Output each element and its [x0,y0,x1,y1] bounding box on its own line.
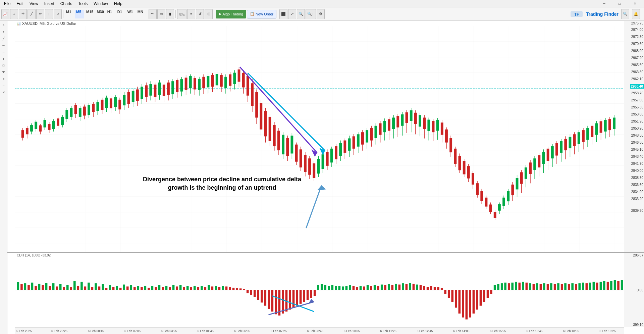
text-v-btn[interactable]: T [1,56,7,62]
measure-btn[interactable]: ↔ [1,83,7,89]
search-btn[interactable]: 🔍 [621,9,629,19]
cursor-btn[interactable]: ↖ [1,22,7,28]
ind-high: 206.87 [633,253,643,257]
time-label-7: 6 Feb 07:25 [271,329,287,333]
fib-btn[interactable]: Ψ [1,69,7,75]
delete-btn[interactable]: ✕ [1,89,7,95]
svg-rect-204 [454,149,457,164]
tf-h1[interactable]: H1 [106,10,115,18]
svg-rect-264 [586,128,589,140]
svg-rect-176 [392,117,395,129]
svg-rect-152 [339,143,342,156]
tf-m5[interactable]: M5 [75,10,84,18]
svg-rect-285 [17,282,19,290]
chart-container: 📊 XAUUSD, M5: Gold vs US Dollar [7,21,644,334]
svg-rect-423 [504,283,506,290]
rect-btn[interactable]: □ [1,62,7,68]
svg-rect-453 [610,281,612,290]
svg-rect-306 [91,287,94,290]
svg-rect-422 [501,283,503,290]
svg-rect-364 [296,290,298,306]
p2: 2972.30 [631,35,643,39]
templates-btn[interactable]: ≡ [187,9,195,19]
zoom-fit-btn[interactable]: ⤢ [288,9,296,19]
tf-m1[interactable]: M1 [65,10,74,18]
refresh-btn[interactable]: ↺ [196,9,204,19]
svg-rect-371 [321,284,323,290]
time-label-4: 6 Feb 03:25 [161,329,177,333]
svg-rect-154 [343,140,346,152]
svg-rect-440 [564,283,567,290]
depth-btn[interactable]: ⬛ [279,9,287,19]
p22: 2836.60 [631,183,643,187]
notifications-btn[interactable]: 🔔 [632,9,640,19]
svg-rect-425 [511,283,514,290]
svg-rect-348 [239,288,242,290]
new-order-btn[interactable]: 📋 New Order [247,10,276,18]
zoom-in2-btn[interactable]: 🔍+ [306,9,316,19]
menu-tools[interactable]: Tools [75,1,90,7]
menu-insert[interactable]: Insert [42,1,57,7]
tf-w1[interactable]: W1 [126,10,136,18]
svg-rect-86 [194,78,196,89]
bar-chart-btn[interactable]: ▭ [157,9,165,19]
new-chart-btn[interactable]: 📈 [1,9,9,19]
svg-rect-244 [542,152,545,164]
pencil-btn[interactable]: ✏ [36,9,44,19]
crosshair-v-btn[interactable]: + [1,29,7,35]
svg-rect-208 [463,161,466,174]
tf-m30[interactable]: M30 [95,10,105,18]
svg-rect-405 [441,288,443,290]
svg-rect-439 [561,284,563,290]
menu-charts[interactable]: Charts [58,1,75,7]
price-chart-svg[interactable] [15,26,624,259]
svg-rect-317 [130,285,132,290]
menu-window[interactable]: Window [91,1,111,7]
indicators-btn[interactable]: IDE [177,9,186,19]
svg-rect-84 [189,76,192,88]
svg-rect-414 [473,290,475,314]
tf-m15[interactable]: M15 [85,10,95,18]
shape-btn[interactable]: ⊿ [54,9,62,19]
svg-rect-321 [144,286,147,290]
svg-rect-178 [396,116,399,128]
tf-d1[interactable]: D1 [116,10,125,18]
svg-rect-68 [154,85,157,97]
sep1 [63,10,63,18]
svg-rect-242 [538,155,540,167]
algo-trading-btn[interactable]: ▶ Algo Trading [216,10,246,18]
zoom-in-btn[interactable]: + [10,9,18,19]
svg-rect-20 [48,124,51,130]
line-chart-btn[interactable]: 〜 [149,9,157,19]
close-button[interactable]: ✕ [627,0,643,7]
svg-rect-308 [98,287,101,290]
candle-chart-btn[interactable]: ▮ [166,9,174,19]
svg-rect-230 [511,185,514,195]
text-btn[interactable]: T [45,9,53,19]
svg-rect-224 [498,204,501,210]
grid-btn[interactable]: ⊞ [205,9,213,19]
svg-rect-76 [171,81,174,94]
properties-btn[interactable]: ⚙ [317,9,325,19]
svg-rect-146 [326,152,329,166]
svg-rect-64 [145,85,148,97]
svg-rect-299 [66,285,69,290]
svg-rect-72 [163,85,165,96]
minimize-button[interactable]: ─ [596,0,612,7]
line-btn[interactable]: ╱ [28,9,36,19]
menu-help[interactable]: Help [111,1,125,7]
tf-mn[interactable]: MN [136,10,146,18]
line-v-btn[interactable]: ╱ [1,36,7,42]
maximize-button[interactable]: □ [612,0,627,7]
menu-file[interactable]: File [1,1,13,7]
crosshair-btn[interactable]: ✛ [19,9,27,19]
zoom-out-btn[interactable]: 🔍 [297,9,305,19]
channel-btn[interactable]: ≡ [1,76,7,82]
menu-view[interactable]: View [27,1,41,7]
menu-edit[interactable]: Edit [14,1,26,7]
arrow-btn[interactable]: → [1,49,7,55]
hline-btn[interactable]: ─ [1,42,7,48]
svg-rect-397 [413,284,415,290]
svg-rect-391 [391,285,393,290]
svg-rect-288 [28,285,30,290]
